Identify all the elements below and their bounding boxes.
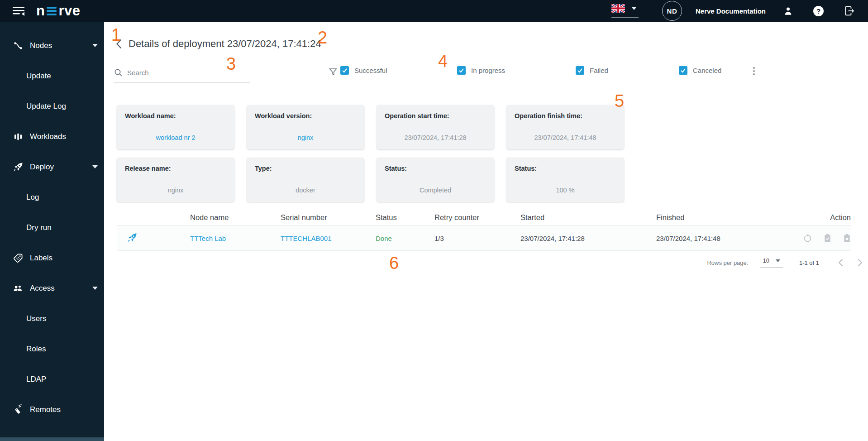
- sidebar-item-label: Update Log: [26, 102, 66, 111]
- card-label: Workload name:: [125, 112, 226, 120]
- card-status: Status: Completed: [377, 158, 494, 202]
- col-action: Action: [792, 213, 851, 222]
- checkbox-checked-icon: [457, 66, 466, 75]
- filter-label: Failed: [590, 67, 608, 74]
- cell-started: 23/07/2024, 17:41:28: [520, 235, 656, 242]
- sidebar-item-label: Log: [26, 193, 39, 202]
- filter-checkbox-failed[interactable]: Failed: [576, 66, 608, 75]
- card-operation-finish-time: Operation finish time: 23/07/2024, 17:41…: [506, 105, 624, 149]
- access-users-icon: [13, 283, 24, 294]
- sidebar-item-ldap[interactable]: LDAP: [0, 364, 104, 394]
- sidebar-item-label: Remotes: [30, 405, 61, 414]
- table-row[interactable]: TTTech Lab TTTECHLAB001 Done 1/3 23/07/2…: [117, 226, 851, 251]
- annotation-4: 4: [438, 53, 448, 70]
- card-value: nginx: [125, 187, 226, 196]
- col-serial-number: Serial number: [281, 213, 376, 222]
- card-label: Workload version:: [255, 112, 356, 120]
- sidebar-item-label: Workloads: [30, 132, 66, 141]
- sidebar-item-deploy[interactable]: Deploy: [0, 152, 104, 182]
- help-icon[interactable]: ?: [813, 6, 824, 16]
- table-header: Node name Serial number Status Retry cou…: [117, 209, 851, 226]
- card-label: Status:: [515, 165, 616, 172]
- annotation-1: 1: [111, 26, 121, 43]
- deployment-summary-cards: Workload name: workload nr 2 Workload ve…: [117, 105, 625, 202]
- previous-page-button[interactable]: [838, 259, 843, 267]
- card-label: Operation finish time:: [515, 112, 616, 120]
- sidebar-scrollbar[interactable]: [0, 437, 104, 441]
- retry-icon[interactable]: [803, 234, 812, 243]
- card-value[interactable]: workload nr 2: [125, 134, 226, 143]
- annotation-2: 2: [318, 29, 327, 46]
- col-retry-counter: Retry counter: [434, 213, 520, 222]
- sidebar-item-label: Roles: [26, 345, 46, 354]
- annotation-5: 5: [615, 92, 624, 110]
- cell-node-name[interactable]: TTTech Lab: [190, 235, 281, 242]
- card-workload-version: Workload version: nginx: [247, 105, 364, 149]
- card-value: 100 %: [515, 187, 616, 196]
- more-options-kebab-icon[interactable]: [749, 65, 759, 77]
- card-value[interactable]: nginx: [255, 134, 356, 143]
- filter-checkbox-successful[interactable]: Successful: [340, 66, 387, 75]
- card-value: 23/07/2024, 17:41:48: [515, 134, 616, 143]
- menu-icon[interactable]: [12, 5, 25, 17]
- pagination-range: 1-1 of 1: [799, 259, 819, 266]
- sidebar-item-update-log[interactable]: Update Log: [0, 91, 104, 121]
- rows-per-page-value: 10: [763, 257, 769, 264]
- card-label: Operation start time:: [385, 112, 486, 120]
- filter-checkbox-in-progress[interactable]: In progress: [457, 66, 505, 75]
- rows-per-page-label: Rows per page:: [707, 259, 748, 266]
- card-type: Type: docker: [247, 158, 364, 202]
- col-status: Status: [376, 213, 434, 222]
- sidebar-item-label: Deploy: [30, 163, 54, 172]
- checkbox-checked-icon: [679, 66, 687, 75]
- annotation-6: 6: [389, 254, 399, 272]
- deploy-rocket-icon: [13, 162, 24, 173]
- search-input[interactable]: [127, 69, 231, 77]
- filter-funnel-icon[interactable]: [329, 67, 338, 78]
- filter-row: Successful In progress Failed Canceled: [0, 63, 868, 83]
- user-icon[interactable]: [783, 6, 793, 16]
- page-title: Details of deployment 23/07/2024, 17:41:…: [129, 38, 321, 50]
- user-display-name: Nerve Documentation: [696, 7, 766, 15]
- sidebar-item-users[interactable]: Users: [0, 303, 104, 334]
- sidebar-item-label: Access: [30, 284, 55, 293]
- sidebar-item-remotes[interactable]: Remotes: [0, 394, 104, 425]
- cell-actions: [792, 234, 851, 243]
- sidebar-item-label: LDAP: [26, 375, 46, 384]
- sidebar-item-label: Users: [26, 314, 46, 323]
- checkbox-checked-icon: [576, 66, 584, 75]
- sidebar-item-log[interactable]: Log: [0, 182, 104, 212]
- sidebar-item-workloads[interactable]: Workloads: [0, 121, 104, 152]
- col-started: Started: [520, 213, 656, 222]
- sidebar-item-labels[interactable]: Labels: [0, 243, 104, 273]
- avatar[interactable]: ND: [662, 1, 682, 21]
- nodes-icon: [13, 40, 24, 51]
- card-status-percent: Status: 100 %: [506, 158, 624, 202]
- sidebar-item-roles[interactable]: Roles: [0, 334, 104, 364]
- clipboard-x-icon[interactable]: [843, 234, 851, 243]
- sidebar-item-dry-run[interactable]: Dry run: [0, 212, 104, 243]
- remotes-icon: [13, 404, 24, 415]
- cell-serial-number[interactable]: TTTECHLAB001: [281, 235, 376, 242]
- next-page-button[interactable]: [858, 259, 863, 267]
- labels-tag-icon: [13, 253, 24, 264]
- sidebar: Nodes Update Update Log Workloads: [0, 22, 104, 441]
- logout-icon[interactable]: [844, 5, 855, 17]
- checkbox-checked-icon: [340, 66, 349, 75]
- clipboard-check-icon[interactable]: [824, 234, 831, 243]
- cell-finished: 23/07/2024, 17:41:48: [656, 235, 792, 242]
- language-selector[interactable]: [611, 4, 639, 18]
- sidebar-item-nodes[interactable]: Nodes: [0, 30, 104, 61]
- chevron-down-icon: [631, 7, 637, 10]
- cell-status: Done: [376, 235, 434, 242]
- sidebar-item-label: Dry run: [26, 223, 52, 232]
- chevron-down-icon: [92, 165, 98, 168]
- card-label: Status:: [385, 165, 486, 172]
- card-workload-name: Workload name: workload nr 2: [117, 105, 234, 149]
- nerve-logo[interactable]: n rve: [36, 5, 80, 17]
- logo-e-bars-icon: [47, 7, 57, 16]
- rows-per-page-select[interactable]: 10: [760, 257, 782, 268]
- filter-checkbox-canceled[interactable]: Canceled: [679, 66, 721, 75]
- chevron-down-icon: [92, 287, 98, 290]
- sidebar-item-access[interactable]: Access: [0, 273, 104, 303]
